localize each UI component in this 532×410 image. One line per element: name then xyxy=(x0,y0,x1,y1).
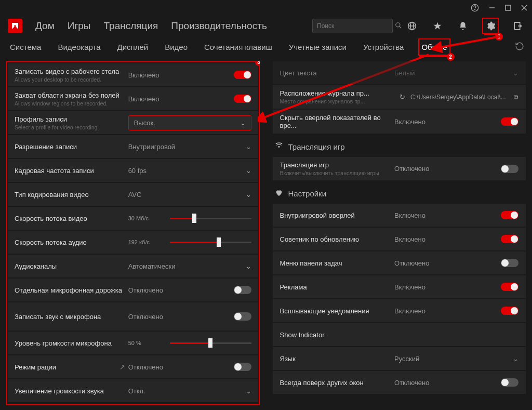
profile-dropdown[interactable]: Высок.⌄ xyxy=(128,115,251,130)
reset-icon[interactable] xyxy=(515,42,524,52)
row-update-advisor: Советник по обновлению Включено xyxy=(273,228,526,250)
row-taskbar-menu: Меню панели задач Отключено xyxy=(273,252,526,274)
tab-video[interactable]: Видео xyxy=(163,39,190,55)
toggle[interactable] xyxy=(501,117,518,126)
toggle[interactable] xyxy=(501,283,518,291)
dropdown-value: Русский xyxy=(394,355,419,363)
gear-icon[interactable] xyxy=(484,20,497,32)
row-ingame-overlay: Внутриигровой оверлей Включено xyxy=(273,204,526,227)
status-text: Включено xyxy=(394,283,425,291)
row-record-desktop: Записать видео с рабочего столаAllows yo… xyxy=(8,63,258,86)
star-icon[interactable] xyxy=(431,20,444,32)
maximize-icon[interactable] xyxy=(505,5,511,11)
value-text: 192 кб/с xyxy=(128,239,165,245)
status-text: Включено xyxy=(394,235,425,243)
label: Всегда поверх других окон xyxy=(280,379,395,387)
label: Скрыть оверлей показателей во вре... xyxy=(280,114,395,129)
dropdown-value: Автоматически xyxy=(128,262,176,270)
label: Уровень громкости микрофона xyxy=(15,339,128,347)
mic-volume-slider[interactable] xyxy=(170,342,251,344)
main-nav: Дом Игры Трансляция Производительность 1 xyxy=(0,16,532,36)
row-profile: Профиль записиSelect a profile for video… xyxy=(8,111,258,134)
exit-icon[interactable] xyxy=(512,20,524,32)
toggle[interactable] xyxy=(234,312,251,321)
video-bitrate-slider[interactable] xyxy=(170,218,251,219)
toggle[interactable] xyxy=(501,259,518,267)
chevron-down-icon: ⌄ xyxy=(246,167,251,175)
search-input[interactable] xyxy=(317,22,395,30)
settings-subnav: Система Видеокарта Дисплей Видео Сочетан… xyxy=(0,36,532,57)
label: Аудиоканалы xyxy=(15,262,128,270)
toggle[interactable] xyxy=(501,211,518,219)
window-titlebar xyxy=(0,0,532,16)
label: Всплывающие уведомления xyxy=(280,307,395,315)
tab-system[interactable]: Система xyxy=(8,39,43,55)
tab-general[interactable]: Общее 2 xyxy=(418,38,450,56)
label: Скорость потока видео xyxy=(15,215,128,222)
nav-home[interactable]: Дом xyxy=(35,20,55,32)
toggle[interactable] xyxy=(234,363,251,371)
sublabel: Allows your desktop to be recorded. xyxy=(15,76,128,83)
tab-gpu[interactable]: Видеокарта xyxy=(56,39,102,55)
toggle[interactable] xyxy=(501,378,518,387)
status-text: Отключено xyxy=(394,165,429,173)
sublabel: Allows window regions to be recorded. xyxy=(15,100,128,107)
bell-icon[interactable] xyxy=(457,20,469,32)
boost-dropdown[interactable]: Откл.⌄ xyxy=(128,387,251,395)
audio-bitrate-slider[interactable] xyxy=(170,242,251,243)
help-icon[interactable] xyxy=(471,4,479,12)
stream-icon xyxy=(275,142,283,152)
open-folder-icon[interactable]: ⧉ xyxy=(514,94,518,101)
tab-accounts[interactable]: Учетные записи xyxy=(287,39,349,55)
label: Язык xyxy=(280,355,395,363)
row-game-stream: Трансляция игрВключить/выключить трансля… xyxy=(273,157,526,180)
search-box[interactable] xyxy=(312,19,393,33)
dropdown-value: Высок. xyxy=(134,119,155,127)
search-icon xyxy=(395,22,402,31)
fps-dropdown[interactable]: 60 fps⌄ xyxy=(128,167,251,175)
chevron-down-icon: ⌄ xyxy=(513,69,518,77)
row-text-color: Цвет текста Белый⌄ xyxy=(273,61,526,84)
toggle[interactable] xyxy=(234,286,251,294)
toggle[interactable] xyxy=(501,235,518,243)
status-text: Включено xyxy=(394,211,425,219)
resolution-dropdown[interactable]: Внутриигровой⌄ xyxy=(128,143,251,151)
dropdown-value: Откл. xyxy=(128,387,145,395)
sublabel: Место сохранения журналов пр... xyxy=(280,98,395,104)
nav-perf[interactable]: Производительность xyxy=(171,20,267,32)
status-text: Отключено xyxy=(128,313,165,321)
web-icon[interactable] xyxy=(406,20,418,32)
row-show-indicator: Show Indicator xyxy=(273,323,526,346)
amd-logo xyxy=(8,19,22,33)
path-text: C:\Users\Sergey\AppData\Local\... xyxy=(410,94,506,101)
encoding-dropdown[interactable]: AVC⌄ xyxy=(128,191,251,199)
tab-devices[interactable]: Устройства xyxy=(361,39,406,55)
row-resolution: Разрешение записи Внутриигровой⌄ xyxy=(8,135,258,158)
close-icon[interactable] xyxy=(521,4,528,11)
section-label: Настройки xyxy=(288,189,327,198)
sublabel: Select a profile for video recording. xyxy=(15,124,128,130)
row-ptt: Режим рации↗ Отключено xyxy=(8,355,258,378)
toggle[interactable] xyxy=(234,71,251,79)
refresh-icon[interactable]: ↻ xyxy=(400,93,405,101)
minimize-icon[interactable] xyxy=(488,4,496,11)
toggle[interactable] xyxy=(501,165,518,173)
nav-games[interactable]: Игры xyxy=(68,20,91,32)
svg-point-14 xyxy=(278,146,280,147)
annotation-2: 2 xyxy=(447,53,455,61)
tab-display[interactable]: Дисплей xyxy=(115,39,151,55)
tab-hotkeys[interactable]: Сочетания клавиш xyxy=(202,39,274,55)
toggle[interactable] xyxy=(234,95,251,103)
left-column: 3 Записать видео с рабочего столаAllows … xyxy=(6,61,260,406)
dropdown-value: 60 fps xyxy=(128,167,147,175)
chevron-down-icon: ⌄ xyxy=(246,262,251,270)
svg-point-6 xyxy=(396,22,400,27)
label: Цвет текста xyxy=(280,69,395,77)
row-hide-overlay: Скрыть оверлей показателей во вре... Вкл… xyxy=(273,110,526,134)
toggle[interactable] xyxy=(501,307,518,315)
row-log-location: Расположение журнала пр...Место сохранен… xyxy=(273,85,526,109)
channels-dropdown[interactable]: Автоматически⌄ xyxy=(128,262,251,270)
share-icon[interactable]: ↗ xyxy=(119,363,125,371)
nav-stream[interactable]: Трансляция xyxy=(104,20,158,32)
chevron-down-icon: ⌄ xyxy=(246,387,251,395)
